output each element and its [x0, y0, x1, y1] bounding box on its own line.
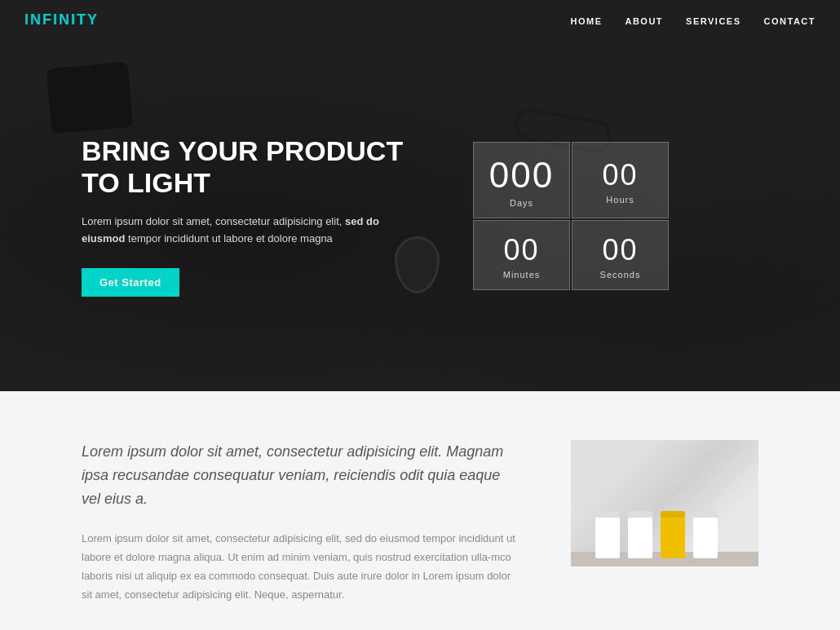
content-section: Lorem ipsum dolor sit amet, consectetur … [0, 391, 840, 630]
countdown-hours-label: Hours [606, 195, 634, 205]
hero-subtitle-text1: Lorem ipsum dolor sit amet, consectetur … [82, 215, 342, 227]
countdown-seconds-value: 00 [602, 236, 638, 265]
countdown-minutes-value: 00 [503, 236, 539, 265]
countdown-days-label: Days [510, 198, 533, 208]
content-right [571, 440, 758, 566]
chair-2 [628, 518, 652, 558]
hero-content: BRING YOUR PRODUCT TO LIGHT Lorem ipsum … [0, 0, 840, 391]
countdown-seconds-label: Seconds [600, 270, 641, 280]
hero-title: BRING YOUR PRODUCT TO LIGHT [82, 135, 424, 199]
nav-item-about[interactable]: ABOUT [625, 13, 663, 28]
countdown-widget: 000 Days 00 Hours 00 Minutes 00 Seconds [473, 142, 669, 290]
chair-1 [595, 518, 620, 558]
nav-link-home[interactable]: HOME [570, 16, 602, 26]
get-started-button[interactable]: Get Started [82, 268, 179, 297]
countdown-minutes-label: Minutes [503, 270, 541, 280]
countdown-hours-value: 00 [602, 161, 638, 190]
nav-item-home[interactable]: HOME [570, 13, 602, 28]
nav-menu: HOME ABOUT SERVICES CONTACT [570, 13, 816, 28]
countdown-seconds-box: 00 Seconds [572, 220, 669, 290]
hero-text-block: BRING YOUR PRODUCT TO LIGHT Lorem ipsum … [82, 135, 424, 297]
navbar: INFINITY HOME ABOUT SERVICES CONTACT [0, 0, 840, 40]
content-image [571, 440, 758, 566]
content-left: Lorem ipsum dolor sit amet, consectetur … [82, 440, 522, 604]
hero-section: BRING YOUR PRODUCT TO LIGHT Lorem ipsum … [0, 0, 840, 391]
countdown-days-box: 000 Days [473, 142, 570, 218]
chair-yellow [661, 518, 685, 558]
nav-link-services[interactable]: SERVICES [686, 16, 741, 26]
countdown-hours-box: 00 Hours [572, 142, 669, 218]
hero-subtitle: Lorem ipsum dolor sit amet, consectetur … [82, 214, 424, 248]
nav-item-contact[interactable]: CONTACT [764, 13, 816, 28]
nav-item-services[interactable]: SERVICES [686, 13, 741, 28]
countdown-days-value: 000 [489, 157, 554, 193]
nav-link-about[interactable]: ABOUT [625, 16, 663, 26]
content-body: Lorem ipsum dolor sit amet, consectetur … [82, 530, 522, 604]
countdown-minutes-box: 00 Minutes [473, 220, 570, 290]
hero-subtitle-text2: tempor incididunt ut labore et dolore ma… [125, 232, 332, 245]
chair-4 [693, 518, 718, 558]
nav-link-contact[interactable]: CONTACT [764, 16, 816, 26]
brand-logo: INFINITY [24, 11, 99, 29]
content-intro: Lorem ipsum dolor sit amet, consectetur … [82, 440, 522, 510]
